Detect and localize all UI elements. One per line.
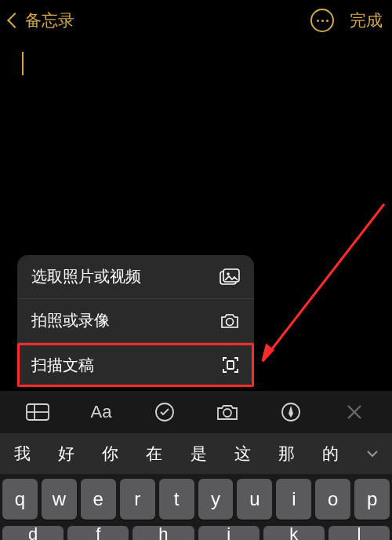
key[interactable]: o [315, 479, 350, 520]
menu-item-take-photo[interactable]: 拍照或录像 [17, 299, 254, 343]
note-editor[interactable] [0, 41, 392, 86]
check-circle-icon [154, 402, 175, 422]
menu-item-label: 扫描文稿 [31, 355, 94, 376]
key[interactable]: r [120, 479, 155, 520]
svg-point-3 [227, 318, 234, 325]
checklist-button[interactable] [141, 396, 188, 428]
back-label: 备忘录 [25, 9, 74, 31]
pen-circle-icon [281, 402, 301, 422]
key[interactable]: p [354, 479, 390, 520]
back-button[interactable]: 备忘录 [9, 9, 74, 31]
suggestion[interactable]: 在 [132, 443, 176, 465]
close-icon [346, 403, 363, 421]
chevron-down-icon [366, 449, 379, 458]
gallery-icon [220, 268, 240, 286]
suggestion[interactable]: 我 [0, 443, 44, 465]
close-toolbar-button[interactable] [331, 396, 378, 428]
keyboard: q w e r t y u i o p d f h i k l [0, 474, 392, 540]
key[interactable]: k [263, 526, 325, 540]
svg-point-2 [227, 272, 230, 275]
svg-point-13 [223, 409, 231, 417]
key[interactable]: l [328, 526, 390, 540]
format-label: Aa [91, 402, 112, 422]
key[interactable]: e [81, 479, 116, 520]
suggestion-bar: 我 好 你 在 是 这 那 的 [0, 433, 392, 474]
more-button[interactable] [310, 9, 334, 32]
notes-app-screen: 备忘录 完成 选取照片或视频 拍照或录像 扫描文稿 [0, 0, 392, 540]
format-toolbar: Aa [0, 391, 392, 433]
key[interactable]: q [2, 479, 38, 520]
svg-marker-6 [263, 345, 273, 361]
key[interactable]: i [276, 479, 311, 520]
suggestion[interactable]: 好 [44, 443, 88, 465]
suggestion[interactable]: 是 [176, 443, 220, 465]
menu-item-choose-photo[interactable]: 选取照片或视频 [17, 255, 254, 299]
key[interactable]: u [237, 479, 272, 520]
expand-suggestions[interactable] [353, 449, 392, 458]
menu-item-label: 选取照片或视频 [31, 266, 141, 287]
suggestion[interactable]: 那 [265, 443, 309, 465]
key[interactable]: f [67, 526, 129, 540]
camera-icon [220, 312, 240, 330]
svg-rect-4 [227, 361, 234, 369]
menu-item-scan-document[interactable]: 扫描文稿 [17, 343, 254, 387]
key[interactable]: i [198, 526, 260, 540]
table-icon [25, 403, 50, 421]
suggestion[interactable]: 这 [220, 443, 264, 465]
menu-item-label: 拍照或录像 [31, 310, 110, 331]
camera-button[interactable] [204, 396, 251, 428]
key[interactable]: h [132, 526, 194, 540]
key[interactable]: y [198, 479, 234, 520]
camera-icon [216, 403, 239, 421]
markup-button[interactable] [267, 396, 314, 428]
scan-icon [221, 356, 240, 374]
chevron-left-icon [7, 13, 23, 28]
suggestion[interactable]: 的 [309, 443, 353, 465]
key[interactable]: d [2, 526, 64, 540]
annotation-arrow-1 [251, 196, 392, 369]
table-button[interactable] [14, 396, 61, 428]
suggestion[interactable]: 你 [89, 443, 132, 465]
attachment-menu: 选取照片或视频 拍照或录像 扫描文稿 [17, 255, 254, 387]
nav-bar: 备忘录 完成 [0, 0, 392, 41]
key[interactable]: t [159, 479, 194, 520]
done-button[interactable]: 完成 [350, 9, 383, 31]
more-icon [317, 20, 328, 22]
text-caret [22, 52, 24, 75]
key[interactable]: w [42, 479, 77, 520]
svg-line-5 [263, 204, 384, 361]
format-button[interactable]: Aa [78, 396, 125, 428]
